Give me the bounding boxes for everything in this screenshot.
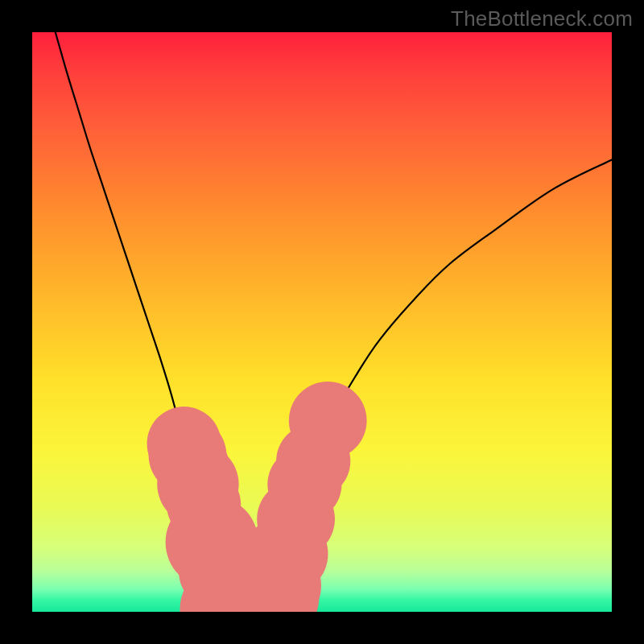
data-markers [147, 382, 367, 612]
watermark-text: TheBottleneck.com [451, 6, 633, 31]
data-marker [289, 382, 367, 460]
chart-frame: TheBottleneck.com [0, 0, 644, 644]
curve-overlay [32, 32, 612, 612]
plot-area [32, 32, 612, 612]
